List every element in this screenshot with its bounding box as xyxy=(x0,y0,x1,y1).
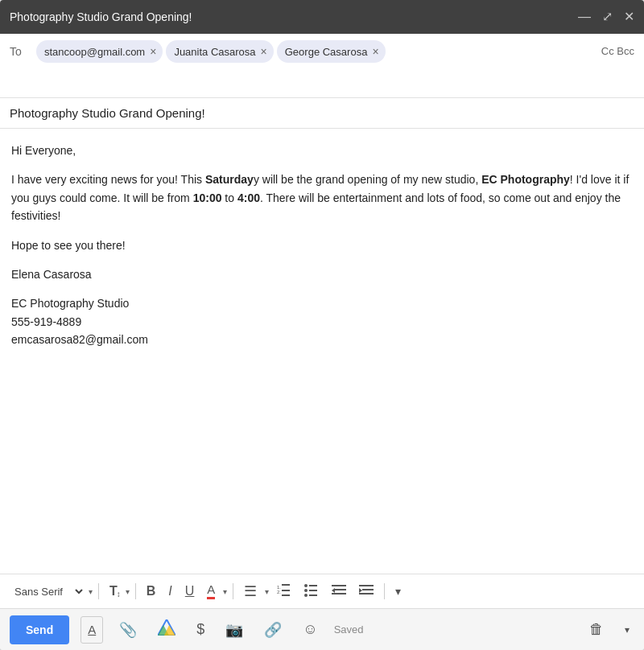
bullet-list-button[interactable] xyxy=(299,579,324,603)
title-bar-controls: — ⤢ ✕ xyxy=(578,10,634,23)
bottom-bar: Send A 📎 $ 📷 🔗 xyxy=(0,608,644,650)
link-icon: 🔗 xyxy=(264,621,282,639)
font-family-chevron: ▾ xyxy=(89,587,93,596)
underline-button[interactable]: U xyxy=(180,581,200,602)
increase-indent-button[interactable] xyxy=(354,580,378,603)
to-label: To xyxy=(10,40,30,58)
body-hope: Hope to see you there! xyxy=(11,237,633,254)
close-button[interactable]: ✕ xyxy=(624,10,634,23)
trash-button[interactable]: 🗑 xyxy=(584,618,609,641)
font-color-button[interactable]: A xyxy=(202,580,220,603)
toolbar-divider xyxy=(98,583,99,599)
underline-icon: U xyxy=(185,584,195,599)
font-color-chevron: ▾ xyxy=(223,587,227,596)
svg-rect-11 xyxy=(332,585,346,586)
body-main: I have very exciting news for you! This … xyxy=(11,171,633,224)
emoji-icon: ☺ xyxy=(303,621,317,638)
svg-rect-17 xyxy=(359,593,374,594)
cc-bcc-button[interactable]: Cc Bcc xyxy=(595,40,634,57)
send-button[interactable]: Send xyxy=(10,615,69,644)
window-title: Photography Studio Grand Opening! xyxy=(10,10,192,23)
minimize-button[interactable]: — xyxy=(578,10,591,23)
body-area[interactable]: Hi Everyone, I have very exciting news f… xyxy=(0,129,644,574)
font-size-button[interactable]: T↕ xyxy=(105,581,122,602)
svg-rect-15 xyxy=(359,585,374,586)
trash-icon: 🗑 xyxy=(589,621,604,638)
svg-rect-10 xyxy=(309,594,317,596)
numbered-list-button[interactable]: 1. 2. xyxy=(272,579,296,603)
font-color-icon: A xyxy=(207,583,215,599)
svg-point-5 xyxy=(304,584,308,587)
svg-text:2.: 2. xyxy=(277,590,281,594)
recipient-chip: Juanita Casarosa × xyxy=(166,40,273,63)
decrease-indent-icon xyxy=(332,583,346,600)
attach-icon: 📎 xyxy=(119,621,137,639)
format-text-button[interactable]: A xyxy=(80,616,103,644)
remove-recipient-2[interactable]: × xyxy=(261,46,267,57)
svg-rect-4 xyxy=(282,594,290,596)
money-button[interactable]: $ xyxy=(192,618,209,641)
decrease-indent-button[interactable] xyxy=(327,580,351,603)
subject-text: Photography Studio Grand Opening! xyxy=(10,106,205,120)
recipient-email-1: stancoop@gmail.com xyxy=(44,46,145,58)
title-bar: Photography Studio Grand Opening! — ⤢ ✕ xyxy=(0,0,644,34)
body-studio: EC Photography Studio 555-919-4889 emcas… xyxy=(11,294,633,348)
formatting-toolbar: Sans Serif Serif Monospace ▾ T↕ ▾ B I U … xyxy=(0,574,644,608)
svg-rect-16 xyxy=(362,589,374,590)
toolbar-divider-3 xyxy=(233,583,233,599)
recipients-area[interactable]: stancoop@gmail.com × Juanita Casarosa × … xyxy=(36,40,595,63)
subject-row: Photography Studio Grand Opening! xyxy=(0,98,644,129)
bullet-list-icon xyxy=(304,582,319,600)
remove-recipient-1[interactable]: × xyxy=(150,46,156,57)
svg-marker-14 xyxy=(332,588,335,593)
link-button[interactable]: 🔗 xyxy=(259,618,287,642)
font-family-select[interactable]: Sans Serif Serif Monospace xyxy=(8,583,85,600)
italic-icon: I xyxy=(168,584,171,599)
svg-point-7 xyxy=(304,589,308,592)
recipient-chip: stancoop@gmail.com × xyxy=(36,40,163,63)
remove-recipient-3[interactable]: × xyxy=(372,46,378,57)
svg-rect-1 xyxy=(282,584,290,586)
attach-button[interactable]: 📎 xyxy=(114,618,142,642)
svg-rect-6 xyxy=(309,585,317,586)
more-options-button[interactable]: ▾ xyxy=(620,621,634,639)
emoji-button[interactable]: ☺ xyxy=(298,618,322,641)
italic-button[interactable]: I xyxy=(163,581,176,602)
money-icon: $ xyxy=(196,621,204,638)
photo-icon: 📷 xyxy=(225,621,243,639)
increase-indent-icon xyxy=(359,583,374,600)
maximize-button[interactable]: ⤢ xyxy=(602,10,613,23)
recipient-email-2: Juanita Casarosa xyxy=(174,46,255,58)
more-formatting-button[interactable]: ▾ xyxy=(390,582,406,601)
svg-rect-12 xyxy=(335,589,346,590)
svg-rect-13 xyxy=(332,593,346,594)
compose-window: Photography Studio Grand Opening! — ⤢ ✕ … xyxy=(0,0,644,650)
bold-button[interactable]: B xyxy=(142,581,161,602)
more-formatting-icon: ▾ xyxy=(395,585,401,598)
align-icon: ☰ xyxy=(244,582,257,600)
saved-label: Saved xyxy=(334,623,364,636)
svg-point-9 xyxy=(304,594,308,597)
font-size-icon: T↕ xyxy=(109,584,118,599)
svg-rect-3 xyxy=(282,590,290,591)
font-size-chevron: ▾ xyxy=(126,587,130,596)
body-name: Elena Casarosa xyxy=(11,265,633,283)
numbered-list-icon: 1. 2. xyxy=(277,582,291,600)
body-greeting: Hi Everyone, xyxy=(11,142,633,159)
more-options-icon: ▾ xyxy=(625,624,630,636)
bold-icon: B xyxy=(147,584,156,599)
to-row: To stancoop@gmail.com × Juanita Casarosa… xyxy=(0,34,644,98)
svg-marker-18 xyxy=(359,588,362,593)
svg-rect-8 xyxy=(309,590,317,591)
drive-button[interactable] xyxy=(153,616,180,643)
photo-button[interactable]: 📷 xyxy=(221,618,248,642)
drive-icon xyxy=(158,619,175,640)
align-button[interactable]: ☰ xyxy=(239,579,262,603)
recipient-chip: George Casarosa × xyxy=(277,40,386,63)
align-chevron: ▾ xyxy=(265,587,269,596)
toolbar-divider-4 xyxy=(384,583,385,599)
format-text-icon: A xyxy=(88,623,96,636)
toolbar-divider-2 xyxy=(135,583,136,599)
recipient-email-3: George Casarosa xyxy=(285,46,368,58)
